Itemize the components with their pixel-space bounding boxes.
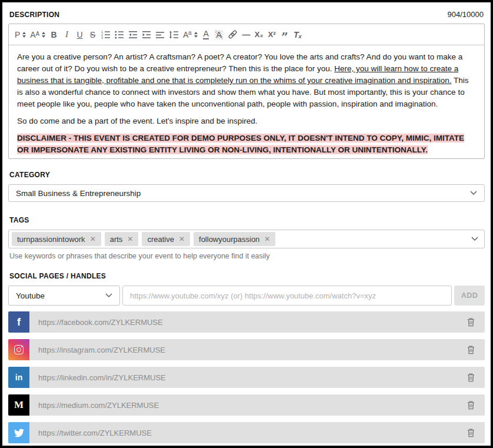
social-add-row: Youtube ADD (8, 286, 485, 306)
align-left-icon (155, 30, 165, 39)
description-disclaimer: DISCLAIMER - THIS EVENT IS CREATED FOR D… (17, 132, 476, 156)
chevron-down-icon (105, 293, 112, 298)
paragraph-format-button[interactable]: P (13, 26, 28, 43)
description-paragraph-2: So do come and be a part of the event. L… (17, 115, 476, 127)
twitter-url-field (29, 422, 485, 443)
category-selected-value: Small Business & Entrepreneurship (16, 189, 141, 198)
facebook-url-input[interactable] (29, 318, 463, 327)
underline-button[interactable]: U (74, 26, 86, 43)
chevron-down-icon (470, 191, 477, 195)
linkedin-glyph: in (15, 373, 22, 382)
font-color-icon: A (203, 29, 208, 39)
unordered-list-button[interactable] (113, 26, 126, 43)
social-url-input[interactable] (122, 286, 452, 306)
twitter-icon (8, 422, 29, 443)
outdent-icon (128, 30, 138, 39)
subscript-button[interactable]: X₂ (253, 26, 265, 43)
delete-twitter-button[interactable] (463, 426, 479, 440)
chevron-down-icon (471, 237, 478, 241)
outdent-button[interactable] (126, 26, 139, 43)
insert-link-button[interactable] (226, 26, 239, 43)
social-row-instagram (8, 339, 485, 360)
delete-instagram-button[interactable] (463, 343, 479, 357)
medium-glyph: M (14, 399, 24, 411)
instagram-icon (8, 339, 29, 360)
bold-button[interactable]: B (48, 26, 60, 43)
font-size-button[interactable]: Aᴬ (28, 26, 47, 43)
tag-chip-label: followyourpassion (199, 235, 259, 244)
facebook-icon: f (8, 311, 29, 333)
horizontal-rule-button[interactable]: — (240, 26, 252, 43)
trash-icon (467, 373, 475, 382)
social-row-linkedin: in (8, 367, 485, 388)
remove-tag-icon[interactable]: ✕ (264, 235, 270, 243)
character-count: 904/10000 (448, 10, 484, 19)
tags-helper-text: Use keywords or phrases that describe yo… (8, 252, 485, 260)
ordered-list-button[interactable]: 123 (99, 26, 112, 43)
paragraph-text: So do come and be a part of the event. L… (17, 117, 258, 125)
link-icon (228, 29, 238, 39)
highlight-color-icon: A (215, 30, 222, 39)
facebook-url-field (29, 311, 485, 333)
trash-icon (467, 317, 475, 327)
ordered-list-icon: 123 (101, 30, 111, 39)
medium-url-input[interactable] (29, 401, 463, 410)
unordered-list-icon (115, 30, 124, 39)
italic-button[interactable]: I (61, 26, 73, 43)
trash-icon (467, 345, 475, 354)
line-height-button[interactable] (167, 26, 181, 43)
paragraph-format-icon: P (15, 30, 20, 39)
align-button[interactable] (154, 26, 166, 43)
tag-chip-label: turnpassionintowork (17, 235, 85, 244)
facebook-glyph: f (17, 316, 21, 328)
tags-input[interactable]: turnpassionintowork✕ arts✕ creative✕ fol… (8, 230, 485, 248)
social-row-twitter (8, 422, 485, 443)
tag-chip: creative✕ (142, 232, 190, 246)
font-color-button[interactable]: A (200, 26, 212, 43)
font-case-button[interactable]: Aª (181, 26, 199, 43)
editor-toolbar: P Aᴬ B I U S 123 Aª A A — X₂ X² ” (9, 24, 484, 45)
blockquote-button[interactable]: ” (279, 26, 291, 43)
trash-icon (467, 428, 475, 437)
font-case-icon: Aª (183, 30, 192, 39)
clear-formatting-button[interactable]: Tₓ (292, 26, 304, 43)
spinner-arrows-icon (194, 32, 198, 38)
tag-chip-label: creative (147, 235, 174, 244)
delete-medium-button[interactable] (463, 398, 479, 412)
delete-facebook-button[interactable] (463, 315, 479, 329)
social-row-facebook: f (8, 311, 485, 333)
tags-label: TAGS (8, 216, 485, 224)
tag-chip: turnpassionintowork✕ (12, 232, 101, 246)
medium-icon: M (8, 394, 29, 416)
superscript-button[interactable]: X² (266, 26, 278, 43)
remove-tag-icon[interactable]: ✕ (90, 235, 96, 243)
remove-tag-icon[interactable]: ✕ (127, 235, 133, 243)
strikethrough-button[interactable]: S (86, 26, 99, 43)
delete-linkedin-button[interactable] (463, 370, 479, 384)
line-height-icon (169, 30, 179, 39)
social-row-medium: M (8, 394, 485, 416)
spinner-arrows-icon (22, 32, 26, 38)
tag-chip-label: arts (110, 235, 123, 244)
remove-tag-icon[interactable]: ✕ (179, 235, 185, 243)
svg-text:3: 3 (101, 36, 103, 39)
add-social-button[interactable]: ADD (454, 286, 485, 306)
highlight-color-button[interactable]: A (213, 26, 225, 43)
platform-select[interactable]: Youtube (8, 286, 120, 306)
font-size-icon: Aᴬ (30, 30, 39, 39)
linkedin-url-input[interactable] (29, 373, 463, 382)
category-select[interactable]: Small Business & Entrepreneurship (8, 184, 485, 202)
linkedin-icon: in (8, 367, 29, 388)
linkedin-url-field (29, 367, 485, 388)
tag-chip: arts✕ (105, 232, 139, 246)
description-text-area[interactable]: Are you a creative person? An artist? A … (9, 45, 484, 158)
indent-button[interactable] (140, 26, 153, 43)
description-paragraph-1: Are you a creative person? An artist? A … (17, 51, 476, 110)
twitter-url-input[interactable] (29, 429, 463, 437)
description-label: DESCRIPTION (9, 11, 59, 19)
instagram-url-input[interactable] (29, 346, 463, 354)
tag-chip: followyourpassion✕ (194, 232, 275, 246)
instagram-url-field (29, 339, 485, 360)
trash-icon (467, 400, 475, 410)
social-pages-label: SOCIAL PAGES / HANDLES (8, 272, 485, 280)
